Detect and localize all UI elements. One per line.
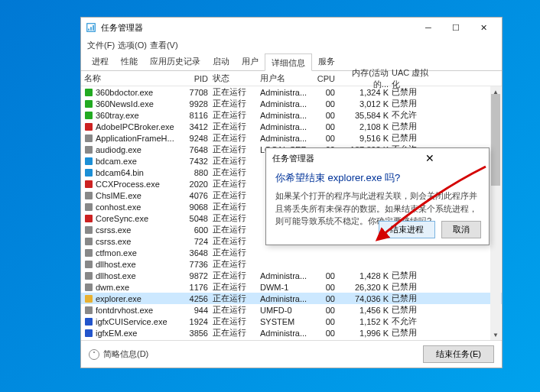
- tab-5[interactable]: 详细信息: [265, 53, 312, 71]
- table-row[interactable]: 360bdoctor.exe7708正在运行Administra...001,3…: [81, 86, 502, 98]
- svg-rect-12: [85, 180, 93, 188]
- process-uac: 不允许: [392, 316, 430, 327]
- table-row[interactable]: lsass.exe792正在运行SYSTEM005,100 K不允许: [81, 339, 502, 340]
- process-icon: [84, 99, 93, 109]
- process-pid: 9068: [184, 202, 213, 212]
- process-status: 正在运行: [213, 270, 260, 281]
- process-uac: 不允许: [392, 339, 430, 340]
- process-uac: 已禁用: [392, 327, 430, 339]
- menu-view[interactable]: 查看(V): [150, 40, 178, 51]
- maximize-button[interactable]: ☐: [442, 18, 470, 37]
- process-name: bdcam.exe: [96, 157, 184, 166]
- process-name: ChsIME.exe: [96, 191, 184, 200]
- process-status: 正在运行: [213, 235, 260, 247]
- process-icon: [84, 202, 93, 212]
- svg-rect-18: [85, 249, 93, 257]
- header-user[interactable]: 用户名: [260, 73, 315, 84]
- fewer-details-button[interactable]: ˄ 简略信息(D): [89, 348, 148, 360]
- process-cpu: 00: [315, 88, 338, 97]
- svg-rect-21: [85, 283, 93, 291]
- process-icon: [84, 111, 93, 120]
- end-task-button[interactable]: 结束任务(E): [423, 345, 494, 363]
- process-name: lsass.exe: [96, 340, 184, 341]
- process-name: AdobeIPCBroker.exe: [96, 122, 184, 131]
- dialog-titlebar[interactable]: 任务管理器 ✕: [266, 148, 489, 168]
- process-icon: [84, 317, 93, 326]
- process-pid: 7708: [184, 88, 213, 97]
- scroll-thumb[interactable]: [491, 94, 500, 186]
- process-name: 360tray.exe: [96, 111, 184, 120]
- process-status: 正在运行: [213, 212, 260, 224]
- process-pid: 7648: [184, 145, 213, 154]
- process-icon: [84, 157, 93, 166]
- svg-rect-11: [85, 169, 93, 177]
- tab-2[interactable]: 应用历史记录: [144, 53, 207, 70]
- table-row[interactable]: explorer.exe4256正在运行Administra...0074,03…: [81, 293, 502, 304]
- table-row[interactable]: igfxEM.exe3856正在运行Administra...001,996 K…: [81, 327, 502, 339]
- table-row[interactable]: igfxCUIService.exe1924正在运行SYSTEM001,152 …: [81, 316, 502, 327]
- process-name: ApplicationFrameH...: [96, 134, 184, 143]
- table-row[interactable]: dllhost.exe7736正在运行: [81, 258, 502, 270]
- process-name: CoreSync.exe: [96, 214, 184, 223]
- table-row[interactable]: ApplicationFrameH...9248正在运行Administra..…: [81, 132, 502, 144]
- end-process-button[interactable]: 结束进程: [379, 221, 435, 238]
- menu-file[interactable]: 文件(F): [87, 40, 115, 51]
- minimize-button[interactable]: ─: [415, 18, 442, 37]
- process-status: 正在运行: [213, 293, 260, 304]
- window-title: 任务管理器: [101, 22, 415, 34]
- table-row[interactable]: 360tray.exe8116正在运行Administra...0035,584…: [81, 109, 502, 121]
- svg-rect-4: [85, 89, 93, 96]
- tab-1[interactable]: 性能: [115, 53, 144, 70]
- header-cpu[interactable]: CPU: [315, 74, 338, 83]
- process-pid: 7432: [184, 157, 213, 166]
- process-uac: 已禁用: [392, 270, 430, 281]
- menu-options[interactable]: 选项(O): [118, 40, 147, 51]
- header-pid[interactable]: PID: [184, 74, 213, 83]
- process-name: csrss.exe: [96, 237, 184, 246]
- process-name: ctfmon.exe: [96, 248, 184, 258]
- tab-3[interactable]: 启动: [207, 53, 236, 70]
- process-uac: 已禁用: [392, 281, 430, 293]
- process-icon: [84, 122, 93, 131]
- process-icon: [84, 237, 93, 246]
- tab-0[interactable]: 进程: [86, 53, 115, 70]
- process-status: 正在运行: [213, 144, 260, 155]
- process-user: Administra...: [260, 134, 315, 143]
- tab-6[interactable]: 服务: [312, 53, 341, 70]
- table-row[interactable]: fontdrvhost.exe944正在运行UMFD-0001,456 K已禁用: [81, 304, 502, 316]
- process-icon: [84, 329, 93, 338]
- column-headers[interactable]: 名称 PID 状态 用户名 CPU 内存(活动的... UAC 虚拟化: [81, 71, 502, 86]
- process-mem: 35,584 K: [338, 111, 392, 120]
- tabstrip: 进程性能应用历史记录启动用户详细信息服务: [81, 53, 502, 71]
- close-button[interactable]: ✕: [470, 18, 497, 37]
- svg-rect-19: [85, 261, 93, 268]
- svg-rect-9: [85, 146, 93, 154]
- table-row[interactable]: AdobeIPCBroker.exe3412正在运行Administra...0…: [81, 121, 502, 132]
- scroll-down-icon[interactable]: ▼: [490, 329, 501, 340]
- cancel-button[interactable]: 取消: [441, 221, 481, 238]
- titlebar[interactable]: 任务管理器 ─ ☐ ✕: [81, 18, 502, 37]
- process-cpu: 00: [315, 134, 338, 143]
- process-icon: [84, 214, 93, 223]
- process-cpu: 00: [315, 122, 338, 131]
- tab-4[interactable]: 用户: [236, 53, 265, 70]
- table-row[interactable]: ctfmon.exe3648正在运行: [81, 247, 502, 258]
- dialog-close-button[interactable]: ✕: [378, 152, 483, 164]
- process-status: 正在运行: [213, 224, 260, 235]
- process-name: conhost.exe: [96, 202, 184, 212]
- table-row[interactable]: 360NewsId.exe9928正在运行Administra...003,01…: [81, 98, 502, 109]
- process-status: 正在运行: [213, 86, 260, 98]
- process-pid: 9248: [184, 134, 213, 143]
- table-row[interactable]: dllhost.exe9872正在运行Administra...001,428 …: [81, 270, 502, 281]
- table-row[interactable]: dwm.exe1176正在运行DWM-10026,320 K已禁用: [81, 281, 502, 293]
- process-name: csrss.exe: [96, 225, 184, 235]
- header-name[interactable]: 名称: [84, 73, 184, 84]
- process-pid: 880: [184, 168, 213, 177]
- process-uac: 已禁用: [392, 98, 430, 109]
- scrollbar[interactable]: ▲ ▼: [490, 86, 501, 340]
- process-uac: 已禁用: [392, 86, 430, 98]
- svg-rect-20: [85, 272, 93, 280]
- header-status[interactable]: 状态: [213, 73, 260, 84]
- process-user: SYSTEM: [260, 317, 315, 326]
- svg-rect-22: [85, 295, 93, 303]
